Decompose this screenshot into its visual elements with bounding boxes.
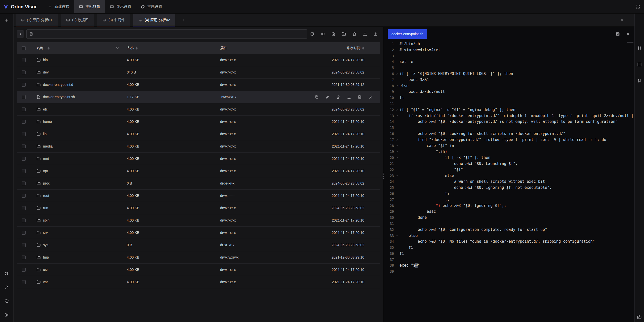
terminal-tab-3[interactable]: (3) 中间件 [97, 14, 130, 26]
file-row-srv[interactable]: srv4.00 KBdrwxr-xr-x2021-11-24 17:20:10 [17, 227, 380, 239]
app-logo[interactable]: Orion Visor [0, 0, 43, 13]
panel-toggle-icon[interactable] [637, 62, 642, 67]
close-tabs-icon[interactable] [620, 18, 624, 22]
editor-close-icon[interactable] [626, 32, 630, 36]
move-icon[interactable] [358, 95, 362, 99]
fold-chevron-icon[interactable] [394, 156, 399, 159]
sort-name-icon[interactable] [48, 47, 50, 50]
scrollbar-thumb[interactable] [627, 42, 633, 43]
code-line-38: 38exec "$@" [384, 263, 634, 269]
file-row-sys[interactable]: sys0 Bdr-xr-xr-x2024-05-28 23:58:02 [17, 239, 380, 251]
terminal-tab-1[interactable]: (1) 应用-分析01 [16, 14, 58, 26]
row-checkbox[interactable] [22, 268, 26, 272]
file-row-sbin[interactable]: sbin4.00 KBdrwxr-xr-x2021-11-24 17:20:10 [17, 214, 380, 227]
select-all-checkbox[interactable] [22, 46, 26, 50]
row-checkbox[interactable] [22, 219, 26, 222]
new-file-icon[interactable] [331, 32, 336, 36]
add-tab-icon[interactable] [181, 18, 185, 22]
download-icon[interactable] [347, 95, 351, 99]
row-checkbox[interactable] [22, 157, 26, 161]
fold-chevron-icon[interactable] [394, 144, 399, 147]
fold-chevron-icon[interactable] [394, 138, 399, 141]
row-checkbox[interactable] [22, 70, 26, 74]
file-row-dev[interactable]: dev340 Bdrwxr-xr-x2024-05-28 23:58:02 [17, 66, 380, 79]
fold-chevron-icon[interactable] [394, 73, 399, 76]
row-checkbox[interactable] [22, 256, 26, 259]
sort-mtime-icon[interactable] [362, 47, 364, 50]
fold-chevron-icon[interactable] [394, 150, 399, 153]
col-name-label[interactable]: 名称 [36, 46, 44, 50]
path-input[interactable] [35, 32, 304, 36]
code-editor[interactable]: 1#!/bin/sh2# vim:sw=4:ts=4:et34set -e56i… [384, 41, 634, 322]
new-session-icon[interactable] [4, 18, 9, 23]
row-checkbox[interactable] [22, 95, 26, 99]
file-row-home[interactable]: home4.00 KBdrwxr-xr-x2021-11-24 17:20:10 [17, 116, 380, 128]
row-checkbox[interactable] [22, 169, 26, 173]
file-row-media[interactable]: media4.00 KBdrwxr-xr-x2021-11-24 17:20:1… [17, 140, 380, 153]
file-row-etc[interactable]: etc4.00 KBdrwxr-xr-x2024-05-28 23:58:02 [17, 103, 380, 116]
download-icon[interactable] [373, 32, 378, 36]
user-icon[interactable] [4, 285, 9, 290]
row-checkbox[interactable] [22, 120, 26, 124]
file-row-bin[interactable]: bin4.00 KBdrwxr-xr-x2021-11-24 17:20:10 [17, 54, 380, 66]
file-row-opt[interactable]: opt4.00 KBdrwxr-xr-x2021-11-24 17:20:10 [17, 165, 380, 177]
row-checkbox[interactable] [22, 243, 26, 247]
menu-item-terminal[interactable]: 主机终端 [74, 0, 105, 13]
eye-icon[interactable] [320, 32, 325, 36]
copy-icon[interactable] [314, 95, 319, 99]
fold-chevron-icon[interactable] [394, 234, 399, 237]
menu-item-display[interactable]: 显示设置 [105, 0, 136, 13]
sort-size-icon[interactable] [136, 47, 138, 50]
row-checkbox[interactable] [22, 58, 26, 62]
new-folder-icon[interactable] [342, 32, 346, 36]
file-row-usr[interactable]: usr4.00 KBdrwxr-xr-x2021-11-24 17:20:10 [17, 264, 380, 276]
filter-icon[interactable] [115, 46, 119, 50]
file-row-var[interactable]: var4.00 KBdrwxr-xr-x2021-11-24 17:20:10 [17, 276, 380, 288]
fold-chevron-icon[interactable] [394, 84, 399, 87]
fold-chevron-icon[interactable] [394, 174, 399, 177]
row-checkbox[interactable] [22, 194, 26, 198]
swap-vertical-icon[interactable] [637, 78, 642, 83]
screenshot-icon[interactable] [637, 315, 642, 319]
command-snippet-icon[interactable] [4, 271, 9, 276]
col-size-label[interactable]: 大小 [127, 46, 134, 50]
upload-icon[interactable] [363, 32, 367, 36]
settings-gear-icon[interactable] [4, 312, 9, 317]
fullscreen-icon[interactable] [635, 4, 640, 9]
row-checkbox[interactable] [22, 108, 26, 111]
refresh-icon[interactable] [310, 32, 314, 36]
sync-icon[interactable] [4, 299, 9, 304]
file-row-proc[interactable]: proc0 Bdr-xr-xr-x2024-05-28 23:58:02 [17, 177, 380, 190]
file-row-tmp[interactable]: tmp4.00 KBdrwxrwxrwx2021-12-30 03:29:10 [17, 251, 380, 264]
row-checkbox[interactable] [22, 231, 26, 235]
permission-icon[interactable] [369, 95, 373, 99]
menu-item-theme[interactable]: 主题设置 [136, 0, 167, 13]
fold-chevron-icon[interactable] [394, 114, 399, 117]
trash-icon[interactable] [352, 32, 357, 36]
trash-icon[interactable] [336, 95, 340, 99]
path-list-icon[interactable] [29, 32, 33, 36]
terminal-tab-2[interactable]: (2) 数据库 [61, 14, 94, 26]
menu-item-plus[interactable]: 新建连接 [43, 0, 74, 13]
save-icon[interactable] [616, 32, 620, 36]
edit-icon[interactable] [325, 95, 330, 99]
back-button[interactable] [17, 30, 24, 38]
file-row-root[interactable]: root4.00 KBdrwx------2021-11-24 17:20:10 [17, 190, 380, 202]
file-row-run[interactable]: run4.00 KBdrwxr-xr-x2024-05-28 23:58:02 [17, 202, 380, 214]
row-checkbox[interactable] [22, 280, 26, 284]
braces-icon[interactable] [637, 46, 642, 51]
fold-chevron-icon[interactable] [394, 109, 399, 112]
row-checkbox[interactable] [22, 206, 26, 210]
editor-file-tab[interactable]: docker-entrypoint.sh [388, 29, 427, 39]
row-checkbox[interactable] [22, 132, 26, 136]
file-row-mnt[interactable]: mnt4.00 KBdrwxr-xr-x2021-11-24 17:20:10 [17, 153, 380, 165]
file-row-docker-entrypoint.d[interactable]: docker-entrypoint.d4.00 KBdrwxr-xr-x2021… [17, 79, 380, 91]
line-number: 26 [384, 191, 394, 197]
row-checkbox[interactable] [22, 83, 26, 87]
file-row-lib[interactable]: lib4.00 KBdrwxr-xr-x2021-11-24 17:20:10 [17, 128, 380, 140]
row-checkbox[interactable] [22, 145, 26, 148]
file-row-docker-entrypoint.sh[interactable]: docker-entrypoint.sh1.17 KB-rwxrwxr-x [17, 91, 380, 103]
col-mtime-label[interactable]: 修改时间 [346, 46, 360, 50]
terminal-tab-4[interactable]: (4) 应用-分析02 [133, 14, 175, 26]
row-checkbox[interactable] [22, 182, 26, 185]
